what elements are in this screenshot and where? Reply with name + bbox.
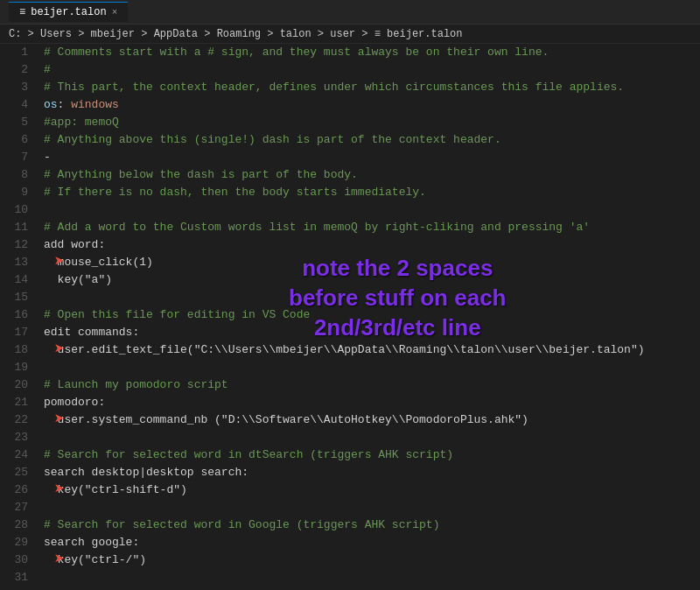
line-text: pomodoro: xyxy=(44,396,105,409)
code-line: pomodoro: xyxy=(44,394,700,411)
code-line xyxy=(44,201,700,219)
code-line: # xyxy=(44,61,700,79)
code-line: # Add a word to the Custom words list in… xyxy=(44,219,700,236)
line-number: 17 xyxy=(0,324,28,341)
line-text: # If there is no dash, then the body sta… xyxy=(44,186,426,199)
line-number: 3 xyxy=(0,79,28,96)
line-number: 11 xyxy=(0,219,28,236)
breadcrumb: C: > Users > mbeijer > AppData > Roaming… xyxy=(0,25,700,44)
code-line: ➤ user.edit_text_file("C:\\Users\\mbeije… xyxy=(44,341,700,359)
code-line: ➤ user.system_command_nb ("D:\\Software\… xyxy=(44,411,700,429)
code-area[interactable]: note the 2 spaces before stuff on each 2… xyxy=(35,44,700,590)
line-text: os: windows xyxy=(44,98,119,111)
line-text: key("ctrl-shift-d") xyxy=(44,483,187,496)
line-text: # Comments start with a # sign, and they… xyxy=(44,46,549,59)
code-line xyxy=(44,499,700,516)
tab-label: beijer.talon xyxy=(31,6,106,18)
line-number: 15 xyxy=(0,289,28,306)
line-number: 7 xyxy=(0,149,28,166)
line-number: 30 xyxy=(0,551,28,569)
line-number: 6 xyxy=(0,131,28,149)
line-numbers: 1234567891011121314151617181920212223242… xyxy=(0,44,35,590)
code-line: # Anything below the dash is part of the… xyxy=(44,166,700,184)
code-line xyxy=(44,289,700,306)
close-icon[interactable]: × xyxy=(112,7,118,18)
code-line: key("a") xyxy=(44,271,700,289)
arrow-indicator: ➤ xyxy=(54,254,65,271)
line-number: 8 xyxy=(0,166,28,184)
line-text: add word: xyxy=(44,238,105,251)
line-number: 12 xyxy=(0,236,28,254)
line-text: # Anything below the dash is part of the… xyxy=(44,168,358,181)
line-number: 26 xyxy=(0,481,28,499)
editor[interactable]: 1234567891011121314151617181920212223242… xyxy=(0,44,700,590)
line-number: 14 xyxy=(0,271,28,289)
arrow-indicator: ➤ xyxy=(54,551,65,569)
code-line: # If there is no dash, then the body sta… xyxy=(44,184,700,201)
arrow-indicator: ➤ xyxy=(54,481,65,499)
code-line xyxy=(44,569,700,586)
line-text: # Add a word to the Custom words list in… xyxy=(44,221,590,234)
code-line: edit commands: xyxy=(44,324,700,341)
line-text: # Anything above this (single!) dash is … xyxy=(44,133,501,146)
line-text: # This part, the context header, defines… xyxy=(44,81,624,94)
line-number: 28 xyxy=(0,516,28,534)
code-line: ➤ key("ctrl-/") xyxy=(44,551,700,569)
line-number: 2 xyxy=(0,61,28,79)
code-line: # Anything above this (single!) dash is … xyxy=(44,131,700,149)
line-number: 31 xyxy=(0,569,28,586)
line-text: # Open this file for editing in VS Code xyxy=(44,308,310,321)
line-text: # Search for selected word in Google (tr… xyxy=(44,518,439,531)
line-number: 20 xyxy=(0,376,28,394)
title-tab[interactable]: ≡ beijer.talon × xyxy=(9,2,128,22)
code-line: # Open this file for editing in VS Code xyxy=(44,306,700,324)
line-number: 29 xyxy=(0,534,28,551)
line-text: search desktop|desktop search: xyxy=(44,466,248,479)
line-number: 22 xyxy=(0,411,28,429)
line-number: 4 xyxy=(0,96,28,114)
code-line: # Comments start with a # sign, and they… xyxy=(44,44,700,61)
line-number: 21 xyxy=(0,394,28,411)
line-text: # Search for selected word in dtSearch (… xyxy=(44,448,453,461)
line-text: user.system_command_nb ("D:\\Software\\A… xyxy=(44,413,528,426)
code-line: #app: memoQ xyxy=(44,114,700,131)
line-number: 9 xyxy=(0,184,28,201)
line-number: 32 xyxy=(0,586,28,590)
title-bar: ≡ beijer.talon × xyxy=(0,0,700,25)
line-number: 19 xyxy=(0,359,28,376)
line-text: user.edit_text_file("C:\\Users\\mbeijer\… xyxy=(44,343,645,356)
code-line xyxy=(44,429,700,446)
line-number: 23 xyxy=(0,429,28,446)
line-number: 13 xyxy=(0,254,28,271)
arrow-indicator: ➤ xyxy=(54,341,65,359)
code-line: search google: xyxy=(44,534,700,551)
code-line: # Search for selected word in Google (tr… xyxy=(44,516,700,534)
code-line: search desktop|desktop search: xyxy=(44,464,700,481)
line-number: 10 xyxy=(0,201,28,219)
line-number: 24 xyxy=(0,446,28,464)
code-line: add word: xyxy=(44,236,700,254)
line-text: # Launch my pomodoro script xyxy=(44,378,228,391)
line-text: #app: memoQ xyxy=(44,116,119,129)
code-line: # Launch my pomodoro script xyxy=(44,376,700,394)
line-text: key("a") xyxy=(44,273,112,286)
line-number: 16 xyxy=(0,306,28,324)
line-number: 5 xyxy=(0,114,28,131)
code-line: # Search for selected word in Google (tr… xyxy=(44,586,700,590)
code-line: os: windows xyxy=(44,96,700,114)
breadcrumb-text: C: > Users > mbeijer > AppData > Roaming… xyxy=(9,28,462,40)
code-line: - xyxy=(44,149,700,166)
code-line: # This part, the context header, defines… xyxy=(44,79,700,96)
arrow-indicator: ➤ xyxy=(54,411,65,429)
line-text: edit commands: xyxy=(44,326,139,339)
line-number: 18 xyxy=(0,341,28,359)
tab-icon: ≡ xyxy=(19,6,25,18)
code-line xyxy=(44,359,700,376)
code-line: # Search for selected word in dtSearch (… xyxy=(44,446,700,464)
line-text: - xyxy=(44,151,51,164)
line-number: 27 xyxy=(0,499,28,516)
line-text: search google: xyxy=(44,536,139,549)
code-line: ➤ mouse_click(1) xyxy=(44,254,700,271)
code-line: ➤ key("ctrl-shift-d") xyxy=(44,481,700,499)
line-number: 1 xyxy=(0,44,28,61)
